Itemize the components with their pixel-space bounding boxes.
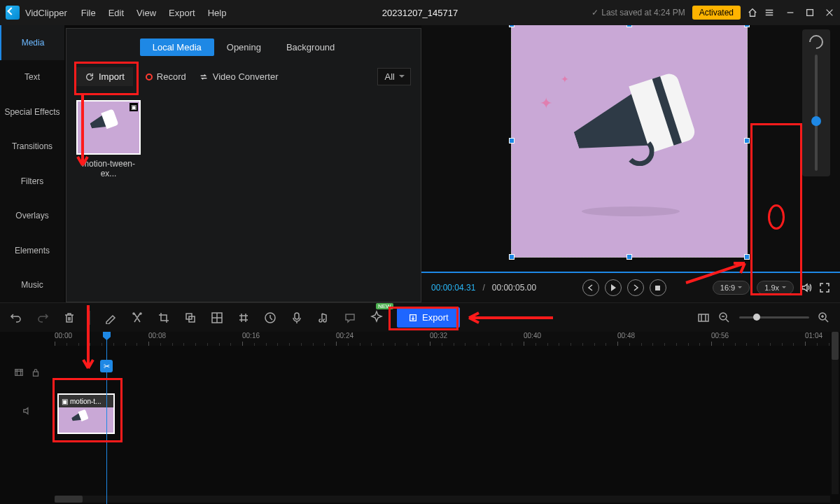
speed-icon[interactable]: [264, 312, 276, 324]
resize-handle[interactable]: [626, 254, 632, 260]
resize-handle[interactable]: [509, 25, 514, 27]
voiceover-icon[interactable]: [290, 312, 303, 324]
video-converter-button[interactable]: Video Converter: [199, 71, 279, 82]
copy-icon[interactable]: [184, 312, 197, 324]
media-item[interactable]: ▣ motion-tween-ex...: [76, 100, 141, 178]
tab-media[interactable]: Media: [0, 25, 64, 60]
timeline-vertical-scrollbar[interactable]: [832, 332, 839, 494]
record-button[interactable]: Record: [146, 71, 186, 82]
resize-handle[interactable]: [744, 138, 750, 144]
crop-icon[interactable]: [158, 312, 170, 324]
tab-overlays[interactable]: Overlays: [0, 199, 64, 234]
zoom-out-icon[interactable]: [718, 312, 731, 324]
video-track-icon[interactable]: [14, 368, 24, 377]
time-current: 00:00:04.31: [431, 283, 475, 293]
zoom-level-select[interactable]: 1.9x: [757, 281, 794, 295]
tab-music[interactable]: Music: [0, 268, 64, 303]
slider-thumb[interactable]: [753, 314, 760, 321]
scrollbar-thumb[interactable]: [55, 496, 83, 503]
fullscreen-icon[interactable]: [819, 282, 830, 293]
record-icon: [146, 74, 153, 80]
annotation-circle: [768, 204, 785, 230]
import-button[interactable]: Import: [76, 67, 133, 86]
audio-detach-icon[interactable]: [317, 312, 330, 324]
split-at-playhead-icon[interactable]: ✂: [100, 360, 113, 372]
ruler-tick: 01:04: [805, 332, 822, 340]
menu-edit[interactable]: Edit: [108, 8, 124, 18]
prev-frame-button[interactable]: [582, 279, 599, 296]
undo-icon[interactable]: [10, 312, 22, 324]
mute-icon[interactable]: [22, 406, 32, 416]
delete-icon[interactable]: [63, 312, 76, 324]
stop-button[interactable]: [650, 279, 666, 296]
preview-canvas[interactable]: ✦ ✦: [421, 25, 840, 273]
resize-handle[interactable]: [509, 138, 514, 144]
hamburger-icon[interactable]: [764, 8, 774, 18]
zoom-reset-icon[interactable]: [806, 32, 826, 52]
next-frame-button[interactable]: [627, 279, 644, 296]
media-tab-background[interactable]: Background: [274, 38, 347, 56]
tab-transitions[interactable]: Transitions: [0, 130, 64, 164]
app-logo-icon: [6, 6, 20, 20]
zoom-slider-track[interactable]: [815, 55, 818, 171]
menubar: File Edit View Export Help: [81, 8, 227, 18]
tab-text[interactable]: Text: [0, 60, 64, 95]
redo-icon[interactable]: [36, 312, 49, 324]
menu-file[interactable]: File: [81, 8, 96, 18]
home-icon[interactable]: [748, 8, 757, 18]
media-filter-select[interactable]: All: [377, 68, 411, 85]
tab-elements[interactable]: Elements: [0, 233, 64, 268]
sparkle-icon: ✦: [561, 74, 569, 85]
timeline-horizontal-scrollbar[interactable]: [55, 496, 830, 503]
edit-icon[interactable]: [104, 312, 117, 324]
selection-rect[interactable]: ✦ ✦: [511, 25, 748, 258]
image-badge-icon: ▣: [62, 398, 68, 405]
freeze-icon[interactable]: [237, 312, 250, 324]
ruler-tick: 00:00: [55, 332, 72, 340]
document-title: 20231207_145717: [382, 8, 458, 18]
tab-special-effects[interactable]: Special Effects: [0, 94, 64, 130]
close-icon[interactable]: [825, 8, 834, 18]
side-tabs: Media Text Special Effects Transitions F…: [0, 25, 64, 302]
menu-view[interactable]: View: [136, 8, 156, 18]
aspect-ratio-select[interactable]: 16:9: [713, 281, 750, 295]
menu-export[interactable]: Export: [169, 8, 195, 18]
scrollbar-thumb[interactable]: [832, 332, 839, 360]
preview-controls: 00:00:04.31 / 00:00:05.00 16:9 1.9x: [421, 273, 840, 302]
menu-help[interactable]: Help: [208, 8, 227, 18]
resize-handle[interactable]: [744, 254, 750, 260]
tab-filters[interactable]: Filters: [0, 164, 64, 199]
minimize-icon[interactable]: [785, 8, 795, 18]
chevron-down-icon: [782, 286, 786, 290]
resize-handle[interactable]: [744, 25, 750, 27]
zoom-slider-thumb[interactable]: [811, 116, 821, 126]
playhead[interactable]: ✂: [106, 332, 107, 504]
app-name: VidClipper: [25, 8, 67, 18]
text-to-speech-icon[interactable]: [344, 312, 356, 324]
tracks: ▣motion-t...: [0, 353, 840, 430]
resize-handle[interactable]: [509, 254, 514, 260]
media-tab-local[interactable]: Local Media: [140, 38, 214, 56]
timeline-zoom-slider[interactable]: [739, 316, 809, 318]
mosaic-icon[interactable]: [211, 312, 223, 324]
ruler-tick: 00:24: [336, 332, 354, 340]
timeline-ruler[interactable]: 00:0000:0800:1600:2400:3200:4000:4800:56…: [55, 332, 830, 346]
ai-tool-icon[interactable]: [370, 310, 383, 326]
play-button[interactable]: [605, 279, 622, 296]
maximize-icon[interactable]: [805, 8, 815, 18]
zoom-in-icon[interactable]: [818, 312, 830, 324]
volume-icon[interactable]: [801, 282, 812, 293]
resize-handle[interactable]: [626, 25, 632, 27]
ruler-tick: 00:56: [711, 332, 729, 340]
activation-badge[interactable]: Activated: [692, 6, 741, 20]
zoom-panel: [802, 29, 830, 176]
fit-icon[interactable]: [697, 312, 710, 324]
split-icon[interactable]: [131, 312, 144, 324]
lock-icon[interactable]: [31, 368, 41, 377]
svg-rect-10: [34, 372, 38, 376]
preview-progress[interactable]: [421, 272, 840, 273]
image-badge-icon: ▣: [130, 103, 138, 111]
export-button[interactable]: Export: [397, 307, 460, 328]
media-thumbnail: ▣: [76, 100, 141, 155]
media-tab-opening[interactable]: Opening: [214, 38, 274, 56]
